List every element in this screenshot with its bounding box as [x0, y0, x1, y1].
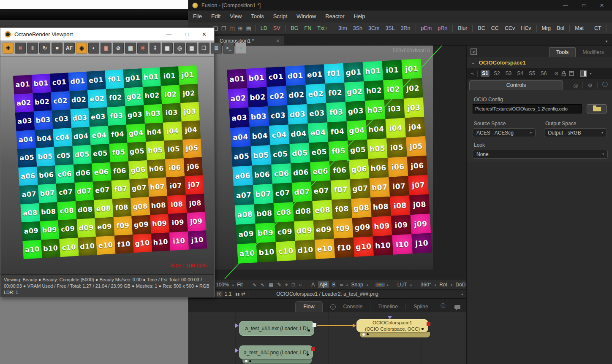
minimize-button[interactable]: —	[563, 3, 568, 8]
menu-view[interactable]: View	[225, 13, 246, 19]
snap-button[interactable]: Snap	[350, 281, 364, 288]
tab-flow[interactable]: Flow	[295, 301, 322, 312]
source-space-dropdown[interactable]: ACES - ACEScg ▾	[473, 128, 536, 137]
toolbar-add-rsz-button[interactable]: Rsz	[609, 25, 612, 31]
layout-stack-icon[interactable]: ▤	[246, 25, 251, 32]
close-button[interactable]: ✕	[600, 3, 604, 8]
ocio-config-input[interactable]: Pictures\Textures\OCIO\aces_1.2\config.o…	[473, 104, 582, 113]
look-dropdown[interactable]: None ▾	[473, 150, 608, 159]
restart-render-icon[interactable]: ↻	[39, 43, 50, 54]
ocio-output-connector[interactable]	[427, 322, 430, 326]
tab-overflow-icon[interactable]: ▼	[605, 40, 612, 45]
dropdown-arrow-icon[interactable]: ▴	[346, 283, 348, 286]
loader-png-output-connector[interactable]	[311, 347, 315, 351]
toolbar-add-cc-button[interactable]: CC	[488, 25, 502, 31]
tab-controls[interactable]: Controls	[469, 80, 563, 90]
stereo-glasses-icon[interactable]: ∞	[339, 282, 345, 288]
recenter-view-icon[interactable]: ✚	[3, 43, 14, 54]
dropdown-arrow-icon[interactable]: ▴	[232, 283, 234, 286]
pause-render-icon[interactable]: ‖	[27, 43, 38, 54]
loader-exr-input-connector[interactable]	[235, 324, 239, 328]
toolbar-add-ct-button[interactable]: CT	[591, 25, 604, 31]
stop-icon[interactable]: ■	[52, 43, 63, 54]
node-loader-png[interactable]: a_test_###.png (Loader, LD)	[239, 345, 313, 359]
toolbar-add-fn-button[interactable]: FN	[302, 25, 315, 31]
flow-node-graph[interactable]: a_test_###.exr (Loader, LD) OCIOColorspa…	[188, 312, 466, 364]
menu-help[interactable]: Help	[349, 13, 370, 19]
menu-window[interactable]: Window	[292, 13, 321, 19]
toolbar-add-txtplus-button[interactable]: Txt+	[314, 25, 331, 31]
subview-grid-icon[interactable]: ▦	[268, 282, 274, 288]
more-tools-icon[interactable]: »	[235, 43, 246, 54]
stop-render-icon[interactable]: ✖	[15, 43, 26, 54]
statusbar-expand-icon[interactable]: ▴	[461, 292, 463, 296]
dropdown-arrow-icon[interactable]: ▴	[435, 283, 436, 286]
toolbar-add-3cm-button[interactable]: 3Cm	[365, 25, 382, 31]
film-settings-icon[interactable]: ▤	[186, 43, 197, 54]
save-settings-icon[interactable]	[569, 71, 574, 76]
info-icon[interactable]: ⓘ	[438, 302, 448, 312]
octane-render-view[interactable]: a01b01c01d01e01f01g01h01i01j01a02b02c02d…	[0, 56, 214, 274]
settings-gear-icon[interactable]: ⚙	[583, 82, 597, 90]
render-passes-icon[interactable]: ▦	[162, 43, 173, 54]
tab-timeline[interactable]: Timeline	[372, 302, 404, 312]
tab-tools[interactable]: Tools	[549, 47, 576, 57]
toolbar-add-blur-button[interactable]: Blur	[455, 25, 470, 31]
loader-exr-output-connector[interactable]	[313, 323, 316, 327]
toolbar-add-3rn-button[interactable]: 3Rn	[398, 25, 413, 31]
output-space-dropdown[interactable]: Output - sRGB ▾	[544, 128, 607, 137]
comments-icon[interactable]	[454, 305, 460, 309]
tab-console[interactable]: Console	[337, 302, 369, 312]
toolbar-add-ld-button[interactable]: LD	[258, 25, 270, 31]
node-header[interactable]: ⌄ OCIOColorspace1	[467, 57, 612, 68]
object-picker-icon[interactable]: ⊘	[113, 43, 124, 54]
toolbar-add-bol-button[interactable]: Bol	[554, 25, 567, 31]
sample-tool-icon[interactable]: ⌖	[284, 282, 289, 288]
viewer-panel[interactable]: 500x500xfloat16 a01b01c01d01e01f01g01h01…	[188, 46, 466, 280]
version-s1[interactable]: S1	[481, 70, 490, 77]
version-s3[interactable]: S3	[504, 70, 513, 77]
paint-tool-icon[interactable]: ✎	[276, 282, 282, 288]
discard-image-icon[interactable]: ✖	[137, 43, 148, 54]
pin-icon[interactable]: ➢	[471, 71, 474, 76]
rgb-channels-icon[interactable]	[375, 283, 385, 287]
node-loader-exr[interactable]: a_test_###.exr (Loader, LD)	[239, 321, 314, 336]
menu-reactor[interactable]: Reactor	[321, 13, 349, 19]
dod-button[interactable]: DoD	[454, 281, 467, 288]
console-icon[interactable]: >_	[223, 43, 234, 54]
maximize-button[interactable]: □	[582, 3, 585, 8]
copy-icon[interactable]: ❐	[199, 43, 209, 54]
toolbar-add-bg-button[interactable]: BG	[288, 25, 301, 31]
buffer-a-button[interactable]: A	[310, 281, 316, 288]
roi-button[interactable]: RoI	[438, 281, 449, 288]
toolbar-add-bc-button[interactable]: BC	[475, 25, 488, 31]
white-balance-picker-icon[interactable]: ◐	[88, 43, 99, 54]
swatch-dropdown-icon[interactable]: ▾	[590, 72, 591, 75]
lock-icon[interactable]	[561, 71, 566, 76]
toolbar-add-mrg-button[interactable]: Mrg	[539, 25, 554, 31]
layers-icon[interactable]: ≣	[211, 43, 222, 54]
zoom-level[interactable]: 100%	[215, 281, 230, 288]
toolbar-add-3sh-button[interactable]: 3Sh	[350, 25, 365, 31]
dropdown-arrow-icon[interactable]: ▴	[451, 283, 452, 286]
material-picker-icon[interactable]: ◉	[76, 43, 87, 54]
node-ocio-colorspace[interactable]: OCIOColorspace1 (OCIO Colorspace, OCC)	[356, 319, 428, 332]
layout-quad-icon[interactable]: ⊞	[238, 25, 243, 32]
version-s4[interactable]: S4	[516, 70, 525, 77]
toolbar-add-hcv-button[interactable]: HCv	[518, 25, 534, 31]
menu-file[interactable]: File	[188, 13, 207, 19]
minimize-button[interactable]: —	[166, 31, 171, 38]
buffer-ab-button[interactable]: A|B	[318, 281, 329, 288]
bypass-icon[interactable]: ⊘	[554, 70, 558, 76]
spline-b-tool-icon[interactable]: ∿	[260, 282, 266, 288]
toolbar-add-prn-button[interactable]: pRn	[435, 25, 450, 31]
browse-button[interactable]	[587, 104, 607, 113]
close-button[interactable]: ✕	[202, 31, 207, 38]
spline-tool-icon[interactable]: ∿	[252, 282, 258, 288]
dropdown-arrow-icon[interactable]: ▴	[367, 283, 368, 286]
loader-png-input-connector[interactable]	[235, 348, 239, 353]
toolbar-add-3im-button[interactable]: 3Im	[335, 25, 350, 31]
ellipse-tool-icon[interactable]: ○	[298, 282, 302, 288]
maximize-button[interactable]: □	[185, 31, 188, 38]
fit-button[interactable]: Fit	[236, 281, 244, 288]
